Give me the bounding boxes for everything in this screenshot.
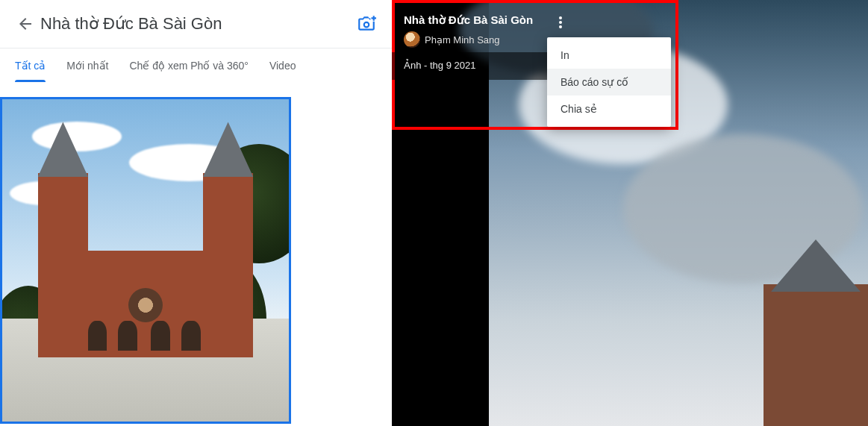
avatar — [404, 31, 420, 48]
photos-panel: Nhà thờ Đức Bà Sài Gòn Tất cả Mới nhất C… — [0, 0, 392, 426]
viewer-title: Nhà thờ Đức Bà Sài Gòn — [404, 13, 546, 27]
author-name: Phạm Minh Sang — [425, 34, 500, 46]
photo-thumbnail-selected[interactable] — [0, 97, 291, 424]
menu-item-print[interactable]: In — [547, 42, 671, 69]
tab-newest[interactable]: Mới nhất — [66, 51, 108, 82]
menu-item-share[interactable]: Chia sẻ — [547, 95, 671, 122]
svg-point-2 — [559, 21, 562, 24]
add-photo-button[interactable] — [352, 9, 381, 39]
back-button[interactable] — [10, 9, 40, 39]
more-options-button[interactable] — [552, 13, 569, 31]
photo-meta-text: Ảnh - thg 9 2021 — [404, 60, 475, 71]
svg-point-1 — [559, 16, 562, 19]
svg-point-3 — [559, 25, 562, 28]
svg-point-0 — [364, 22, 369, 28]
tab-street-360[interactable]: Chế độ xem Phố và 360° — [129, 51, 248, 82]
photo-viewer: Nhà thờ Đức Bà Sài Gòn Phạm Minh Sang Ản… — [392, 0, 868, 426]
tab-all[interactable]: Tất cả — [15, 51, 46, 82]
kebab-icon — [559, 16, 562, 29]
menu-item-report[interactable]: Báo cáo sự cố — [547, 69, 671, 95]
photo-meta: Ảnh - thg 9 2021 — [392, 52, 571, 80]
arrow-left-icon — [16, 15, 34, 33]
context-menu: In Báo cáo sự cố Chia sẻ — [547, 37, 671, 127]
photo-author[interactable]: Phạm Minh Sang — [404, 31, 546, 48]
camera-plus-icon — [357, 14, 376, 34]
photo-info: Nhà thờ Đức Bà Sài Gòn Phạm Minh Sang — [404, 13, 546, 48]
page-title: Nhà thờ Đức Bà Sài Gòn — [40, 14, 352, 34]
filter-tabs: Tất cả Mới nhất Chế độ xem Phố và 360° V… — [0, 48, 392, 84]
thumbnail-image — [2, 99, 289, 422]
tab-video[interactable]: Video — [269, 51, 296, 82]
header: Nhà thờ Đức Bà Sài Gòn — [0, 0, 392, 48]
